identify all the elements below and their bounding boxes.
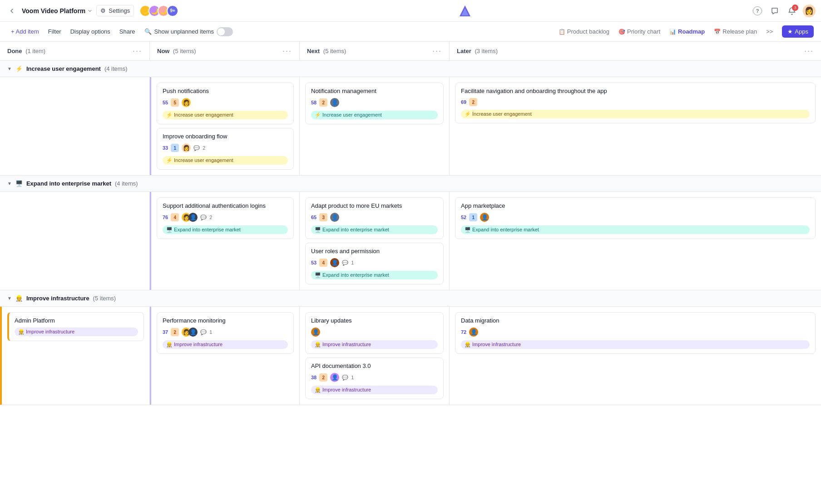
settings-button[interactable]: ⚙ Settings	[96, 5, 134, 16]
avatar-card-2: 👤	[188, 328, 198, 337]
group-title-enterprise: Expand into enterprise market	[26, 180, 111, 187]
card-id: 58	[311, 100, 317, 105]
priority-badge: 2	[319, 98, 327, 107]
project-title[interactable]: Voom Video Platform	[22, 7, 93, 15]
comment-count: 1	[351, 375, 354, 380]
card-facilitate-navigation[interactable]: Facilitate navigation and onboarding thr…	[455, 83, 816, 123]
card-notification-management[interactable]: Notification management 58 2 👤 ⚡ Increas…	[305, 83, 444, 124]
card-tag: 👷 Improve infrastructure	[163, 340, 288, 349]
card-adapt-eu[interactable]: Adapt product to more EU markets 65 3 👤 …	[305, 197, 444, 239]
user-avatar[interactable]: 👩	[803, 5, 816, 17]
group-title-infrastructure: Improve infrastructure	[26, 295, 89, 302]
col-menu-done[interactable]: ···	[133, 46, 142, 56]
col-count-later: (3 items)	[475, 48, 498, 54]
tab-product-backlog[interactable]: 📋 Product backlog	[555, 26, 613, 37]
nav-back-button[interactable]	[5, 5, 18, 17]
add-item-button[interactable]: + Add item	[7, 26, 43, 37]
card-data-migration[interactable]: Data migration 72 👤 👷 Improve infrastruc…	[455, 312, 816, 354]
col-title-now: Now	[157, 48, 169, 54]
card-improve-onboarding[interactable]: Improve onboarding flow 33 1 👩 💬 2 ⚡ Inc…	[157, 128, 294, 170]
col-next-infra: Library updates 👤 👷 Improve infrastructu…	[300, 307, 450, 405]
group-header-enterprise[interactable]: ▼ 🖥️ Expand into enterprise market (4 it…	[0, 176, 821, 192]
group-chevron: ▼	[7, 181, 12, 186]
card-tag: 🖥️ Expand into enterprise market	[163, 225, 288, 234]
card-admin-platform[interactable]: Admin Platform 👷 Improve infrastructure	[7, 312, 144, 341]
priority-badge: 4	[171, 213, 179, 221]
col-later-ent: App marketplace 52 1 👤 🖥️ Expand into en…	[450, 192, 821, 290]
col-menu-later[interactable]: ···	[804, 46, 814, 56]
col-header-now: Now (5 items) ···	[150, 42, 300, 60]
card-id: 38	[311, 375, 317, 380]
avatar-more[interactable]: 9+	[167, 5, 178, 17]
more-tabs-button[interactable]: >>	[762, 26, 776, 37]
priority-badge: 2	[171, 328, 179, 336]
group-infrastructure: ▼ 👷 Improve infrastructure (5 items) Adm…	[0, 290, 821, 405]
apps-button[interactable]: ★ Apps	[782, 25, 814, 38]
notification-button[interactable]: 3	[786, 5, 798, 17]
avatar-card: 👤	[311, 328, 320, 337]
card-auth-logins[interactable]: Support additional authentication logins…	[157, 197, 294, 239]
card-tag: 🖥️ Expand into enterprise market	[311, 271, 438, 279]
comment-icon: 💬	[342, 260, 348, 266]
col-now-ue: Push notifications 55 5 👩 ⚡ Increase use…	[150, 77, 300, 175]
board: Done (1 item) ··· Now (5 items) ··· Next…	[0, 42, 821, 504]
col-header-next: Next (5 items) ···	[300, 42, 450, 60]
tab-priority-chart[interactable]: 🎯 Priority chart	[615, 26, 664, 37]
comment-count: 2	[209, 215, 212, 220]
card-tag: ⚡ Increase user engagement	[163, 156, 288, 165]
col-next-ue: Notification management 58 2 👤 ⚡ Increas…	[300, 77, 450, 175]
card-api-docs[interactable]: API documentation 3.0 38 2 👤 💬 1 👷 Impro…	[305, 357, 444, 399]
filter-button[interactable]: Filter	[45, 26, 65, 37]
group-icon: ⚡	[15, 65, 23, 72]
card-performance-monitoring[interactable]: Performance monitoring 37 2 👩 👤 💬 1 👷 Im…	[157, 312, 294, 354]
avatar-card: 👤	[330, 258, 339, 267]
share-button[interactable]: Share	[116, 26, 139, 37]
tab-release-plan[interactable]: 📅 Release plan	[710, 26, 761, 37]
card-library-updates[interactable]: Library updates 👤 👷 Improve infrastructu…	[305, 312, 444, 354]
comment-count: 1	[351, 260, 354, 265]
help-button[interactable]: ?	[751, 5, 764, 17]
group-header-user-engagement[interactable]: ▼ ⚡ Increase user engagement (4 items)	[0, 61, 821, 77]
group-count-infrastructure: (5 items)	[93, 295, 116, 302]
group-enterprise-market: ▼ 🖥️ Expand into enterprise market (4 it…	[0, 176, 821, 290]
card-title: App marketplace	[461, 202, 810, 209]
col-later-infra: Data migration 72 👤 👷 Improve infrastruc…	[450, 307, 821, 405]
comment-icon: 💬	[200, 329, 207, 335]
group-header-infrastructure[interactable]: ▼ 👷 Improve infrastructure (5 items)	[0, 290, 821, 307]
card-meta: 72 👤	[461, 328, 810, 337]
card-tag: ⚡ Increase user engagement	[311, 111, 438, 119]
col-menu-next[interactable]: ···	[432, 46, 442, 56]
col-menu-now[interactable]: ···	[282, 46, 292, 56]
comment-count: 1	[209, 329, 212, 335]
card-id: 53	[311, 260, 317, 265]
card-meta: 33 1 👩 💬 2	[163, 143, 288, 152]
avatar-card: 👤	[330, 98, 339, 107]
avatar-card: 👩	[182, 143, 191, 152]
card-tag: 👷 Improve infrastructure	[311, 340, 438, 349]
col-now-infra: Performance monitoring 37 2 👩 👤 💬 1 👷 Im…	[150, 307, 300, 405]
card-id: 69	[461, 99, 466, 105]
col-count-now: (5 items)	[173, 48, 196, 54]
show-unplanned-toggle-group: 🔍 Show unplanned items	[141, 25, 237, 38]
column-headers: Done (1 item) ··· Now (5 items) ··· Next…	[0, 42, 821, 61]
col-next-ent: Adapt product to more EU markets 65 3 👤 …	[300, 192, 450, 290]
priority-badge: 3	[319, 213, 327, 221]
col-now-ent: Support additional authentication logins…	[150, 192, 300, 290]
card-app-marketplace[interactable]: App marketplace 52 1 👤 🖥️ Expand into en…	[455, 197, 816, 239]
card-title: Data migration	[461, 317, 810, 324]
avatar-card: 👩	[182, 98, 191, 107]
avatar-card-2: 👤	[188, 213, 198, 222]
card-title: Adapt product to more EU markets	[311, 202, 438, 209]
tab-roadmap[interactable]: 📊 Roadmap	[666, 26, 708, 37]
show-unplanned-toggle[interactable]	[217, 27, 233, 36]
card-user-roles[interactable]: User roles and permission 53 4 👤 💬 1 🖥️ …	[305, 243, 444, 284]
card-id: 33	[163, 145, 168, 151]
display-options-button[interactable]: Display options	[67, 26, 114, 37]
card-push-notifications[interactable]: Push notifications 55 5 👩 ⚡ Increase use…	[157, 83, 294, 124]
avatar-card: 👤	[469, 328, 478, 337]
chat-button[interactable]	[768, 5, 781, 17]
card-id: 65	[311, 215, 317, 220]
col-count-next: (5 items)	[323, 48, 346, 54]
nav-center-logo	[182, 5, 747, 17]
card-id: 52	[461, 215, 466, 220]
